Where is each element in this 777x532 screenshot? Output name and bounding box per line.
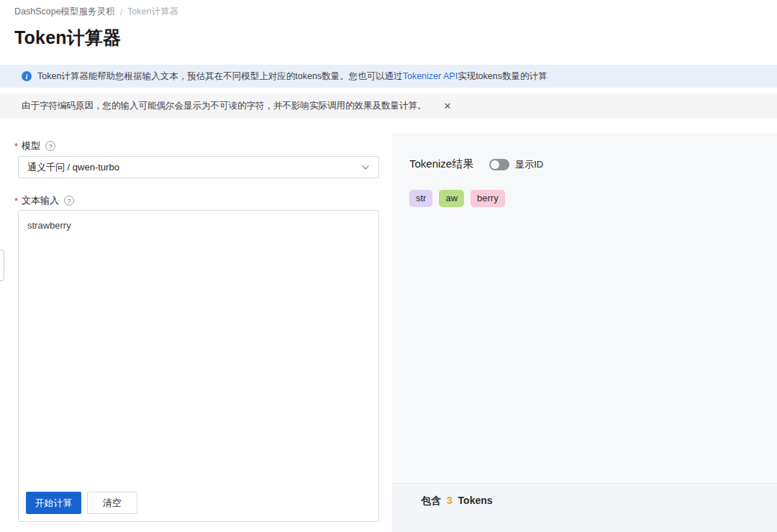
token-count-value: 3: [447, 495, 453, 506]
token-count-suffix: Tokens: [458, 495, 493, 506]
notice-text: 由于字符编码原因，您的输入可能偶尔会显示为不可读的字符，并不影响实际调用的效果及…: [22, 100, 427, 112]
token-chip: aw: [439, 190, 464, 207]
help-icon[interactable]: ?: [45, 141, 55, 151]
page-title: Token计算器: [14, 26, 121, 50]
result-title: Tokenize结果: [409, 157, 473, 171]
breadcrumb-separator: /: [120, 7, 122, 17]
token-count-prefix: 包含: [421, 495, 441, 506]
toggle-knob: [491, 160, 499, 169]
breadcrumb: DashScope模型服务灵积 / Token计算器: [14, 6, 178, 18]
text-input-box: strawberry 开始计算 清空: [18, 210, 379, 522]
required-mark: *: [14, 141, 18, 152]
close-icon[interactable]: ✕: [442, 100, 453, 112]
chevron-down-icon: [361, 163, 370, 172]
show-id-toggle[interactable]: [489, 159, 509, 170]
tokenizer-api-link[interactable]: Tokenizer API: [403, 71, 458, 81]
show-id-toggle-label: 显示ID: [515, 158, 543, 171]
token-chip: str: [409, 190, 432, 207]
info-banner-text: Token计算器能帮助您根据输入文本，预估其在不同模型上对应的tokens数量。…: [37, 70, 403, 83]
model-select[interactable]: 通义千问 / qwen-turbo: [18, 156, 379, 178]
token-count-footer: 包含 3 Tokens: [392, 483, 777, 532]
model-select-value: 通义千问 / qwen-turbo: [27, 161, 361, 174]
token-calculator-page: DashScope模型服务灵积 / Token计算器 Token计算器 i To…: [0, 0, 777, 532]
model-label-text: 模型: [22, 139, 40, 152]
notice-banner: 由于字符编码原因，您的输入可能偶尔会显示为不可读的字符，并不影响实际调用的效果及…: [0, 93, 777, 118]
token-chip: berry: [471, 190, 505, 207]
left-drawer-handle[interactable]: [0, 249, 4, 281]
required-mark: *: [14, 196, 18, 206]
model-field-label: * 模型 ?: [14, 139, 55, 152]
text-input-textarea[interactable]: strawberry: [19, 211, 378, 480]
token-chip-list: str aw berry: [392, 171, 777, 207]
info-banner: i Token计算器能帮助您根据输入文本，预估其在不同模型上对应的tokens数…: [0, 65, 777, 88]
info-banner-text-after: 实现tokens数量的计算: [458, 70, 547, 83]
form-button-row: 开始计算 清空: [26, 492, 137, 514]
clear-button[interactable]: 清空: [87, 492, 137, 514]
text-input-label-text: 文本输入: [22, 194, 59, 207]
text-input-field-label: * 文本输入 ?: [14, 194, 74, 207]
calculate-button[interactable]: 开始计算: [26, 492, 81, 514]
tokenize-result-panel: Tokenize结果 显示ID str aw berry 包含 3 Tokens: [392, 133, 777, 532]
breadcrumb-parent[interactable]: DashScope模型服务灵积: [14, 6, 115, 18]
info-icon: i: [22, 71, 32, 81]
help-icon[interactable]: ?: [64, 196, 74, 206]
result-header: Tokenize结果 显示ID: [392, 133, 777, 171]
breadcrumb-current: Token计算器: [127, 6, 178, 18]
